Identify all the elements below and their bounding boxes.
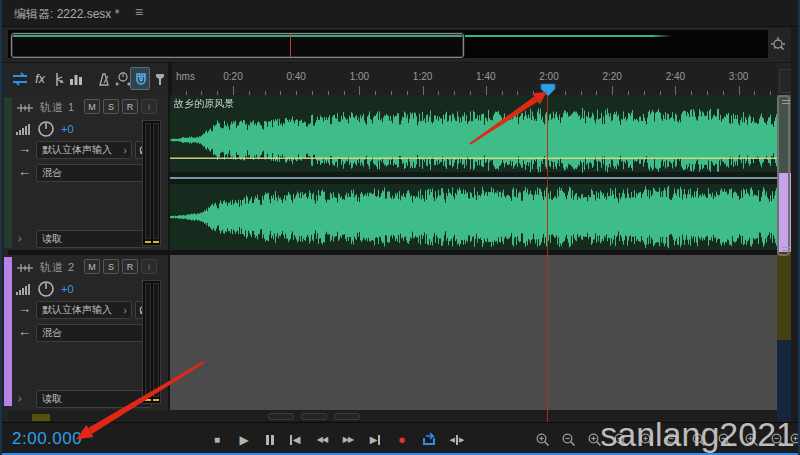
ruler-tick (423, 86, 424, 95)
volume-bars-icon (16, 123, 31, 135)
track-type-icon (16, 102, 34, 114)
track1-solo-button[interactable]: S (103, 99, 119, 114)
vertical-scrollbar[interactable] (777, 95, 791, 420)
ruler-tick (612, 86, 613, 95)
track1-record-arm-button[interactable]: R (122, 99, 138, 114)
loop-playback-button[interactable] (420, 431, 438, 448)
watermark-text: sanlang2021 (600, 415, 795, 454)
ruler-tick-label: 2:20 (602, 71, 621, 82)
magnifier-icon (561, 432, 577, 448)
audition-editor-panel: 编辑器: 2222.sesx * ≡ fx (0, 0, 800, 455)
overview-viewport-box[interactable] (11, 33, 464, 58)
track2-name[interactable]: 轨道 2 (40, 260, 75, 275)
ruler-tick-label: 0:20 (223, 71, 242, 82)
snap-magnet-icon[interactable] (130, 67, 150, 90)
track1-header: 轨道 1 M S R I +0 → 默认立体声输入› Ø ← 混合› › 读取› (2, 95, 162, 250)
track2-record-arm-button[interactable]: R (122, 259, 138, 274)
ruler-unit-label: hms (176, 71, 195, 82)
editor-tab-title[interactable]: 编辑器: 2222.sesx * (14, 6, 119, 23)
current-time-display[interactable]: 2:00.000 (12, 429, 82, 449)
mixer-bars-icon[interactable] (68, 69, 84, 89)
track1-monitor-input-button[interactable]: I (141, 99, 157, 114)
play-button[interactable]: ▶ (235, 431, 253, 448)
playhead-line[interactable] (547, 95, 548, 422)
track1-content-lane[interactable] (170, 95, 777, 250)
input-arrow-icon: → (18, 301, 31, 316)
overview-timeline[interactable] (8, 30, 768, 58)
go-to-start-button[interactable]: ◀ (286, 431, 304, 448)
track2-automation-select[interactable]: 读取› (36, 390, 152, 408)
output-arrow-icon: ← (18, 324, 31, 339)
marker-pin-icon[interactable] (153, 69, 167, 89)
ruler-tick (486, 86, 487, 95)
razor-tool-icon[interactable] (50, 69, 66, 89)
time-shift-tool-icon[interactable] (10, 69, 30, 89)
ruler-tick (233, 86, 234, 95)
track1-collapse-chevron[interactable]: › (18, 232, 22, 244)
track-type-icon (16, 262, 34, 274)
track1-volume-knob[interactable] (37, 120, 55, 138)
track2-collapse-chevron[interactable]: › (18, 392, 22, 404)
input-arrow-icon: → (18, 141, 31, 156)
volume-bars-icon (16, 283, 31, 295)
ruler-tick-label: 3:00 (729, 71, 748, 82)
loop-icon (421, 432, 438, 447)
magnifier-icon (535, 432, 551, 448)
ruler-tick-label: 1:20 (413, 71, 432, 82)
metronome-icon[interactable] (95, 69, 113, 89)
ruler-tick-label: 2:40 (666, 71, 685, 82)
track2-solo-button[interactable]: S (103, 259, 119, 274)
ruler-tick (359, 86, 360, 95)
track1-output-select[interactable]: 混合› (36, 164, 152, 182)
track1-mute-button[interactable]: M (84, 99, 100, 114)
track2-input-select[interactable]: 默认立体声输入› (36, 301, 132, 319)
session-overview-bar (2, 28, 798, 62)
track2-volume-knob[interactable] (37, 280, 55, 298)
track1-name[interactable]: 轨道 1 (40, 100, 75, 115)
editor-tab-bar: 编辑器: 2222.sesx * ≡ (2, 0, 798, 27)
timeline-ruler[interactable]: hms 0:200:401:001:201:402:002:202:403:00 (170, 63, 777, 96)
ruler-tick (675, 86, 676, 95)
track2-monitor-input-button[interactable]: I (141, 259, 157, 274)
toolbar-row: fx hms 0:200:401:001:201:402:002:202:403… (2, 62, 798, 95)
panel-right-margin (791, 28, 800, 455)
track1-audio-clip[interactable] (170, 95, 777, 250)
ruler-tick (549, 86, 550, 95)
chevron-right-icon: › (123, 304, 127, 316)
fx-rack-icon[interactable]: fx (32, 69, 48, 89)
master-track-color-strip (32, 414, 50, 421)
ruler-tick-label: 2:00 (539, 71, 558, 82)
panel-menu-icon[interactable]: ≡ (135, 4, 143, 20)
output-arrow-icon: ← (18, 164, 31, 179)
record-button[interactable]: ● (393, 431, 411, 448)
track1-level-meter (142, 120, 161, 246)
track1-input-select[interactable]: 默认立体声输入› (36, 141, 132, 159)
ruler-tick (739, 86, 740, 95)
overview-playhead (290, 34, 291, 57)
zoom-out-button[interactable] (560, 431, 578, 448)
track2-color-strip[interactable] (4, 257, 12, 406)
track1-automation-select[interactable]: 读取› (36, 230, 152, 248)
rewind-button[interactable]: ◀◀ (313, 431, 331, 448)
ruler-tick-label: 1:40 (476, 71, 495, 82)
track1-volume-value[interactable]: +0 (61, 123, 74, 135)
stop-button[interactable]: ■ (208, 431, 226, 448)
track2-content-lane[interactable] (170, 255, 777, 410)
multitrack-main-area: 轨道 1 M S R I +0 → 默认立体声输入› Ø ← 混合› › 读取› (2, 95, 798, 420)
track2-header: 轨道 2 M S R I +0 → 默认立体声输入› Ø ← 混合› › 读取› (2, 255, 162, 410)
track2-mute-button[interactable]: M (84, 259, 100, 274)
ruler-tick-label: 1:00 (350, 71, 369, 82)
track1-color-strip[interactable] (4, 97, 12, 248)
fast-forward-button[interactable]: ▶▶ (339, 431, 357, 448)
go-to-end-button[interactable]: ▶ (366, 431, 384, 448)
pause-button[interactable] (261, 431, 279, 448)
chevron-right-icon: › (123, 144, 127, 156)
ruler-tick-label: 0:40 (286, 71, 305, 82)
zoom-in-button[interactable] (534, 431, 552, 448)
move-playhead-button[interactable]: ◀▶ (448, 431, 466, 448)
clip-name-label: 故乡的原风景 (174, 97, 234, 111)
scrollbar-thumb[interactable] (777, 95, 790, 256)
zoom-navigator-icon[interactable] (768, 36, 788, 54)
track2-volume-value[interactable]: +0 (61, 283, 74, 295)
track2-output-select[interactable]: 混合› (36, 324, 152, 342)
